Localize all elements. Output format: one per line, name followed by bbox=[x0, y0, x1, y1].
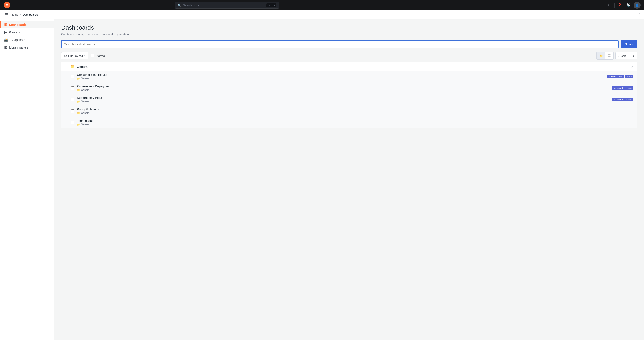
folder-checkbox[interactable] bbox=[65, 65, 68, 68]
starred-checkbox[interactable] bbox=[91, 54, 94, 58]
user-avatar[interactable]: 👤 bbox=[634, 2, 640, 9]
list-view-icon: ☰ bbox=[608, 54, 611, 58]
view-toggle: 📁 ☰ bbox=[596, 52, 614, 60]
topnav: G 🔍 Search or jump to... cmd+k ＋ ▾ ❓ 📡 👤 bbox=[0, 0, 644, 10]
item-tags-0: Prometheus Trivy bbox=[607, 75, 634, 78]
folder-view-icon: 📁 bbox=[599, 54, 603, 58]
list-view-button[interactable]: ☰ bbox=[606, 52, 614, 60]
item-folder-4: 📁 General bbox=[77, 123, 631, 126]
sort-chevron-icon: ▾ bbox=[633, 54, 634, 58]
svg-text:G: G bbox=[6, 4, 8, 7]
collapse-button[interactable]: ⌃ bbox=[638, 12, 640, 17]
main-toolbar: New ▾ bbox=[61, 40, 637, 48]
topnav-right: ＋ ▾ ❓ 📡 👤 bbox=[606, 2, 640, 9]
sidebar-item-snapshots[interactable]: 📸 Snapshots bbox=[0, 36, 54, 44]
tag-trivy[interactable]: Trivy bbox=[625, 75, 634, 78]
global-search[interactable]: 🔍 Search or jump to... cmd+k bbox=[175, 2, 279, 9]
folder-header: 📁 General ∧ bbox=[61, 62, 637, 71]
search-icon: 🔍 bbox=[178, 4, 181, 7]
page-subtitle: Create and manage dashboards to visualiz… bbox=[61, 32, 637, 36]
item-folder-1: 📁 General bbox=[77, 88, 609, 92]
page-title: Dashboards bbox=[61, 24, 637, 31]
snapshots-icon: 📸 bbox=[4, 38, 8, 42]
dashboard-search-input[interactable] bbox=[64, 42, 616, 46]
grafana-logo[interactable]: G bbox=[4, 2, 10, 9]
help-button[interactable]: ❓ bbox=[616, 2, 623, 9]
folder-collapse-button[interactable]: ∧ bbox=[631, 65, 634, 68]
item-info-4: Team status 📁 General bbox=[77, 119, 631, 126]
folder-view-button[interactable]: 📁 bbox=[596, 52, 606, 60]
item-folder-2: 📁 General bbox=[77, 100, 609, 103]
item-checkbox-1[interactable] bbox=[71, 86, 74, 90]
tag-prometheus[interactable]: Prometheus bbox=[607, 75, 624, 78]
item-title-0[interactable]: Container scan results bbox=[77, 73, 604, 76]
breadcrumb-bar: ☰ Home > Dashboards ⌃ bbox=[0, 10, 644, 19]
search-placeholder: Search or jump to... bbox=[183, 4, 265, 7]
folder-name: General bbox=[77, 65, 629, 68]
add-button[interactable]: ＋ ▾ bbox=[606, 2, 612, 9]
dashboard-list: 📁 General ∧ Container scan results 📁 Gen… bbox=[61, 62, 637, 128]
item-folder-name-2: General bbox=[81, 100, 90, 103]
layout: ⊞ Dashboards ▶ Playlists 📸 Snapshots ⊡ L… bbox=[0, 19, 644, 340]
item-folder-name-0: General bbox=[81, 77, 90, 80]
sort-label: Sort bbox=[621, 54, 626, 58]
breadcrumb-home[interactable]: Home bbox=[11, 13, 18, 16]
filter-right: 📁 ☰ ↕ Sort ▾ bbox=[596, 52, 637, 60]
filter-by-tag-button[interactable]: 🏷 Filter by tag ▾ bbox=[61, 52, 88, 60]
folder-small-icon: 📁 bbox=[77, 89, 80, 92]
playlists-icon: ▶ bbox=[4, 30, 7, 34]
sidebar-item-label: Playlists bbox=[9, 30, 20, 34]
filter-chevron-icon: ▾ bbox=[84, 54, 86, 57]
item-checkbox-0[interactable] bbox=[71, 75, 74, 78]
sidebar: ⊞ Dashboards ▶ Playlists 📸 Snapshots ⊡ L… bbox=[0, 19, 54, 340]
rss-icon: 📡 bbox=[626, 3, 630, 7]
new-button-label: New bbox=[625, 42, 631, 46]
item-title-1[interactable]: Kubernetes / Deployment bbox=[77, 84, 609, 88]
search-shortcut: cmd+k bbox=[266, 4, 276, 7]
dashboards-icon: ⊞ bbox=[4, 22, 7, 27]
list-item: Kubernetes / Deployment 📁 General kubern… bbox=[61, 82, 637, 94]
chevron-down-icon: ▾ bbox=[610, 4, 612, 6]
sidebar-item-playlists[interactable]: ▶ Playlists bbox=[0, 28, 54, 36]
filter-left: 🏷 Filter by tag ▾ Starred bbox=[61, 52, 105, 60]
sort-icon: ↕ bbox=[618, 54, 620, 58]
item-info-2: Kubernetes / Pods 📁 General bbox=[77, 96, 609, 103]
item-info-0: Container scan results 📁 General bbox=[77, 73, 604, 80]
tag-icon: 🏷 bbox=[64, 54, 67, 58]
item-checkbox-4[interactable] bbox=[71, 121, 74, 124]
sidebar-item-dashboards[interactable]: ⊞ Dashboards bbox=[0, 21, 54, 28]
sidebar-item-library-panels[interactable]: ⊡ Library panels bbox=[0, 44, 54, 51]
notifications-button[interactable]: 📡 bbox=[625, 2, 632, 9]
item-title-3[interactable]: Policy Violations bbox=[77, 108, 631, 111]
tag-kubernetes-mixin[interactable]: kubernetes-mixin bbox=[612, 86, 634, 90]
item-folder-3: 📁 General bbox=[77, 112, 631, 114]
list-item: Team status 📁 General bbox=[61, 117, 637, 128]
item-info-1: Kubernetes / Deployment 📁 General bbox=[77, 84, 609, 92]
sidebar-item-label: Snapshots bbox=[10, 38, 25, 42]
breadcrumb: ☰ Home > Dashboards bbox=[4, 12, 38, 18]
sort-button[interactable]: ↕ Sort ▾ bbox=[616, 52, 637, 60]
item-info-3: Policy Violations 📁 General bbox=[77, 108, 631, 114]
item-checkbox-2[interactable] bbox=[71, 98, 74, 101]
folder-small-icon: 📁 bbox=[77, 112, 80, 114]
help-icon: ❓ bbox=[618, 3, 622, 7]
folder-small-icon: 📁 bbox=[77, 123, 80, 126]
starred-filter: Starred bbox=[91, 54, 105, 58]
tag-kubernetes-mixin-2[interactable]: kubernetes-mixin bbox=[612, 98, 634, 101]
item-checkbox-3[interactable] bbox=[71, 109, 74, 113]
filter-row: 🏷 Filter by tag ▾ Starred 📁 ☰ bbox=[61, 52, 637, 60]
breadcrumb-current: Dashboards bbox=[22, 13, 38, 16]
list-item: Container scan results 📁 General Prometh… bbox=[61, 71, 637, 82]
dashboard-search-wrap[interactable] bbox=[61, 40, 619, 48]
hamburger-menu[interactable]: ☰ bbox=[4, 12, 10, 18]
item-title-4[interactable]: Team status bbox=[77, 119, 631, 122]
sidebar-item-label: Dashboards bbox=[9, 23, 27, 26]
item-title-2[interactable]: Kubernetes / Pods bbox=[77, 96, 609, 100]
plus-icon: ＋ bbox=[607, 3, 610, 8]
new-button[interactable]: New ▾ bbox=[621, 40, 637, 48]
library-panels-icon: ⊡ bbox=[4, 45, 7, 50]
breadcrumb-separator: > bbox=[20, 13, 22, 16]
folder-small-icon: 📁 bbox=[77, 77, 80, 80]
item-folder-name-1: General bbox=[81, 88, 90, 92]
main-content: Dashboards Create and manage dashboards … bbox=[54, 19, 644, 340]
